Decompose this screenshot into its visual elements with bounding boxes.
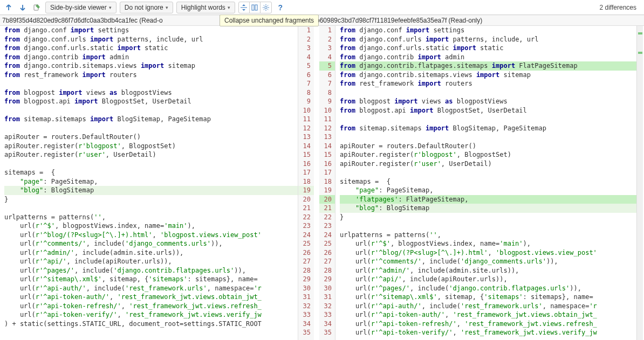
line-number: 3 [319,44,335,53]
line-number: 26 [319,248,335,258]
code-line: from django.contrib.sitemaps.views impor… [340,71,636,80]
line-number: 34 [298,320,314,329]
code-line: from django.contrib import admin [340,53,636,62]
ignore-mode-select[interactable]: Do not ignore [120,2,173,13]
code-line: urlpatterns = patterns('', [340,231,636,240]
edit-source-button[interactable] [31,2,42,13]
code-line: url(r'^api-token-auth/', 'rest_framework… [4,293,298,302]
ignore-mode-label: Do not ignore [125,4,163,11]
code-line: apiRouter.register(r'blogpost', Blogpost… [340,150,636,159]
code-line: from django.contrib.sitemaps.views impor… [4,61,298,71]
line-number: 7 [298,79,314,88]
code-line: from blogpost import views as blogpostVi… [4,88,298,98]
line-number: 31 [319,293,335,302]
line-number: 11 [319,115,335,124]
code-line: url(r'^sitemap\.xml$', sitemap, {'sitema… [4,275,298,284]
line-number: 6 [298,71,314,80]
right-pane[interactable]: 1234567891011121314151617181920212223242… [319,26,643,340]
line-number: 32 [319,302,335,311]
code-line: "page": PageSitemap, [4,177,298,186]
line-number: 22 [319,213,335,222]
line-number: 5 [298,61,314,71]
line-number: 5 [319,61,335,71]
code-line: from sitemap.sitemaps import BlogSitemap… [340,124,636,133]
code-line: "page": PageSitemap, [340,186,636,195]
code-line: url(r'^blog/(?P<slug>[^\.]+).html', 'blo… [340,248,636,258]
code-line: url(r'^api-token-verify/', 'rest_framewo… [340,328,636,337]
code-line: url(r'^pages/', include('django.contrib.… [4,266,298,275]
line-number: 29 [298,275,314,284]
line-number: 31 [298,293,314,302]
settings-button[interactable] [261,2,271,13]
line-number: 3 [298,44,314,53]
viewer-mode-select[interactable]: Side-by-side viewer [45,2,117,13]
code-line: url(r'^api-token-verify/', 'rest_framewo… [4,310,298,320]
sync-scroll-button[interactable] [250,2,261,13]
code-line: } [4,195,298,204]
code-line: } [340,213,636,222]
code-line: from django.conf.urls import patterns, i… [340,35,636,44]
code-line: url(r'^api-auth/', include('rest_framewo… [4,284,298,293]
line-number: 15 [298,150,314,159]
change-markers[interactable] [636,26,643,340]
right-gutter: 1234567891011121314151617181920212223242… [319,26,335,340]
line-number: 21 [319,204,335,213]
code-line: url(r'^api-token-auth/', 'rest_framework… [340,310,636,320]
code-line [4,124,298,133]
highlight-mode-select[interactable]: Highlight words [176,2,235,13]
line-number: 27 [319,257,335,266]
code-line: apiRouter = routers.DefaultRouter() [4,133,298,142]
left-code: from django.conf import settingsfrom dja… [0,26,298,340]
prev-diff-button[interactable] [3,2,14,13]
line-number: 24 [319,231,335,240]
line-number: 33 [319,310,335,320]
line-number: 18 [298,177,314,186]
code-line [4,159,298,169]
code-line: url(r'^$', blogpostViews.index, name='ma… [340,239,636,248]
code-line [340,115,636,124]
left-pane[interactable]: from django.conf import settingsfrom dja… [0,26,314,340]
code-line: url(r'^blog/(?P<slug>[^\.]+).html', 'blo… [4,231,298,240]
line-number: 10 [319,106,335,115]
line-number: 12 [319,124,335,133]
code-line [4,106,298,115]
code-line: ) + static(settings.STATIC_URL, document… [4,320,298,329]
code-line: from blogpost.api import BlogpostSet, Us… [340,106,636,115]
code-line: from django.contrib import admin [4,53,298,62]
code-line: "blog": BlogSitemap [340,204,636,213]
code-line: url(r'^api/', include(apiRouter.urls)), [340,275,636,284]
line-number: 4 [298,53,314,62]
code-line: from blogpost import views as blogpostVi… [340,97,636,106]
code-line: from rest_framework import routers [4,71,298,80]
file-headers: 7b89f35d4d820ed9c86f7d6dfc0aa3bdb4ca1fec… [0,15,644,26]
line-number: 14 [319,142,335,151]
code-line: url(r'^admin/', include(admin.site.urls)… [340,266,636,275]
code-line: from rest_framework import routers [340,79,636,88]
code-line: from django.conf.urls.static import stat… [4,44,298,53]
collapse-fragments-button[interactable] [239,2,250,13]
line-number: 25 [298,239,314,248]
code-line: urlpatterns = patterns('', [4,213,298,222]
next-diff-button[interactable] [17,2,28,13]
right-file-header: b60989c3bd7d98cf7f11819efeebfe85a35ea7f … [314,17,644,24]
code-line: apiRouter.register(r'user', UserDetail) [4,150,298,159]
line-number: 27 [298,257,314,266]
code-line: from django.conf import settings [4,26,298,35]
line-number: 7 [319,79,335,88]
diff-panes: from django.conf import settingsfrom dja… [0,26,644,340]
code-line: from sitemap.sitemaps import BlogSitemap… [4,115,298,124]
viewer-mode-label: Side-by-side viewer [50,4,107,11]
diff-count-label: 2 differences [600,4,641,11]
line-number: 21 [298,204,314,213]
code-line: from django.conf.urls import patterns, i… [4,35,298,44]
code-line [340,168,636,177]
svg-rect-3 [255,5,257,10]
line-number: 1 [319,26,335,35]
line-number: 11 [298,115,314,124]
code-line: from django.conf.urls.static import stat… [340,44,636,53]
line-number: 17 [298,168,314,177]
code-line [4,204,298,213]
help-button[interactable]: ? [275,2,286,13]
collapse-tooltip: Collapse unchanged fragments [220,15,319,26]
code-line: 'flatpages': FlatPageSitemap, [340,195,636,204]
